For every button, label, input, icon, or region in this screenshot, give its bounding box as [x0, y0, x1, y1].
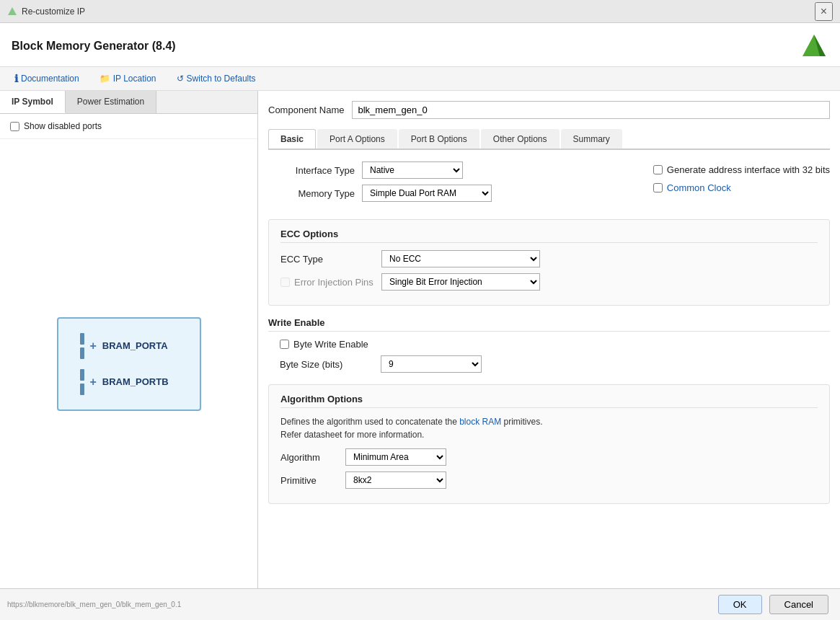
titlebar-title: Re-customize IP [22, 6, 85, 17]
left-form-fields: Interface Type Native Memory Type Simple… [268, 161, 632, 208]
show-disabled-ports-checkbox[interactable] [10, 122, 19, 131]
tab-other-options[interactable]: Other Options [481, 129, 560, 149]
error-injection-checkbox [280, 278, 290, 287]
primitive-row: Primitive 8kx2 16kx2 32kx2 [280, 471, 818, 489]
port-connector [80, 333, 84, 345]
error-injection-label-row: Error Injection Pins [280, 277, 374, 288]
folder-icon: 📁 [100, 74, 110, 84]
info-icon: ℹ [14, 73, 18, 84]
left-panel: IP Symbol Power Estimation Show disabled… [0, 91, 258, 588]
tab-port-a-options[interactable]: Port A Options [317, 129, 397, 149]
byte-write-enable-label[interactable]: Byte Write Enable [280, 339, 830, 350]
tab-other-options-label: Other Options [493, 134, 547, 144]
component-name-label: Component Name [268, 105, 345, 115]
interface-memory-section: Interface Type Native Memory Type Simple… [268, 161, 830, 208]
tab-port-b-label: Port B Options [411, 134, 467, 144]
error-injection-row: Error Injection Pins Single Bit Error In… [280, 273, 818, 291]
error-injection-select[interactable]: Single Bit Error Injection [381, 273, 540, 291]
ip-symbol-area: + BRAM_PORTA + BRAM_PORTB [0, 139, 257, 588]
close-button[interactable]: × [815, 2, 833, 21]
dialog-title: Block Memory Generator (8.4) [12, 40, 176, 53]
app-icon [7, 6, 17, 17]
byte-write-enable-row: Byte Write Enable [280, 339, 830, 350]
port-connector [80, 347, 84, 359]
port-connector [80, 369, 84, 381]
write-enable-content: Byte Write Enable Byte Size (bits) 9 8 [268, 339, 830, 373]
svg-marker-0 [8, 7, 17, 15]
port-a-row: + BRAM_PORTA [80, 333, 178, 359]
documentation-label: Documentation [21, 74, 79, 84]
algo-desc-part1: Defines the algorithm used to concatenat… [280, 417, 459, 427]
ip-location-label: IP Location [113, 74, 156, 84]
ip-location-button[interactable]: 📁 IP Location [97, 72, 159, 85]
port-a-connectors [80, 333, 84, 359]
memory-type-select[interactable]: Simple Dual Port RAM [362, 185, 492, 202]
port-connector [80, 384, 84, 395]
primitive-select[interactable]: 8kx2 16kx2 32kx2 [345, 471, 446, 489]
interface-type-row: Interface Type Native [268, 161, 632, 179]
show-disabled-ports-label[interactable]: Show disabled ports [10, 121, 247, 131]
titlebar: Re-customize IP × [0, 0, 840, 23]
toolbar: ℹ Documentation 📁 IP Location ↺ Switch t… [0, 67, 840, 91]
byte-write-enable-checkbox[interactable] [280, 340, 289, 349]
basic-tab-content: Interface Type Native Memory Type Simple… [268, 161, 830, 515]
port-a-expand-icon[interactable]: + [90, 340, 97, 353]
tab-port-b-options[interactable]: Port B Options [399, 129, 479, 149]
byte-size-row: Byte Size (bits) 9 8 [280, 355, 830, 373]
algo-desc-line2: Refer datasheet for more information. [280, 430, 424, 440]
port-a-label: BRAM_PORTA [102, 340, 168, 351]
port-b-label: BRAM_PORTB [102, 376, 169, 387]
port-b-connectors [80, 369, 84, 395]
header: Block Memory Generator (8.4) [0, 23, 840, 67]
common-clock-checkbox[interactable] [653, 183, 663, 192]
ecc-type-row: ECC Type No ECC [280, 250, 818, 267]
algorithm-options-heading: Algorithm Options [280, 394, 818, 408]
main-tabs: Basic Port A Options Port B Options Othe… [268, 129, 830, 150]
ecc-section: ECC Options ECC Type No ECC Error Inject… [268, 219, 830, 306]
left-tabs: IP Symbol Power Estimation [0, 91, 257, 114]
left-options: Show disabled ports [0, 114, 257, 139]
content-area: IP Symbol Power Estimation Show disabled… [0, 91, 840, 588]
port-b-expand-icon[interactable]: + [90, 376, 97, 389]
tab-port-a-label: Port A Options [330, 134, 385, 144]
byte-size-label: Byte Size (bits) [280, 359, 373, 370]
ecc-type-select[interactable]: No ECC [381, 250, 540, 267]
refresh-icon: ↺ [177, 74, 184, 84]
algorithm-select[interactable]: Minimum Area Low Power Fixed Primitives [345, 448, 446, 466]
ok-button[interactable]: OK [718, 595, 762, 614]
tab-summary-label: Summary [573, 134, 610, 144]
gen-address-checkbox[interactable] [653, 165, 663, 174]
vivado-logo [800, 32, 828, 61]
tab-power-estimation[interactable]: Power Estimation [66, 91, 156, 113]
cancel-button[interactable]: Cancel [769, 595, 828, 614]
algo-desc-part2: primitives. [501, 417, 542, 427]
tab-ip-symbol-label: IP Symbol [12, 97, 53, 107]
primitive-label: Primitive [280, 475, 338, 486]
common-clock-row[interactable]: Common Clock [653, 182, 830, 193]
switch-defaults-label: Switch to Defaults [187, 74, 256, 84]
component-name-row: Component Name [268, 101, 830, 119]
gen-address-label: Generate address interface with 32 bits [667, 164, 830, 175]
tab-ip-symbol[interactable]: IP Symbol [0, 91, 66, 113]
ecc-options-heading: ECC Options [280, 229, 818, 243]
byte-write-enable-text: Byte Write Enable [293, 339, 368, 350]
port-b-row: + BRAM_PORTB [80, 369, 178, 395]
documentation-button[interactable]: ℹ Documentation [12, 71, 82, 86]
algorithm-options-section: Algorithm Options Defines the algorithm … [268, 384, 830, 504]
memory-type-label: Memory Type [268, 188, 355, 199]
interface-type-select[interactable]: Native [362, 161, 463, 179]
ecc-type-label: ECC Type [280, 254, 374, 265]
tab-basic[interactable]: Basic [268, 129, 316, 149]
component-name-input[interactable] [352, 101, 831, 119]
bram-symbol: + BRAM_PORTA + BRAM_PORTB [57, 317, 201, 411]
interface-type-label: Interface Type [268, 165, 355, 176]
memory-type-row: Memory Type Simple Dual Port RAM [268, 185, 632, 202]
algo-desc-link: block RAM [459, 417, 501, 427]
byte-size-select[interactable]: 9 8 [381, 355, 482, 373]
write-enable-section: Write Enable Byte Write Enable Byte Size… [268, 317, 830, 373]
switch-defaults-button[interactable]: ↺ Switch to Defaults [174, 72, 259, 85]
algorithm-row: Algorithm Minimum Area Low Power Fixed P… [280, 448, 818, 466]
gen-address-row[interactable]: Generate address interface with 32 bits [653, 164, 830, 175]
tab-summary[interactable]: Summary [561, 129, 622, 149]
tab-power-label: Power Estimation [77, 97, 144, 107]
